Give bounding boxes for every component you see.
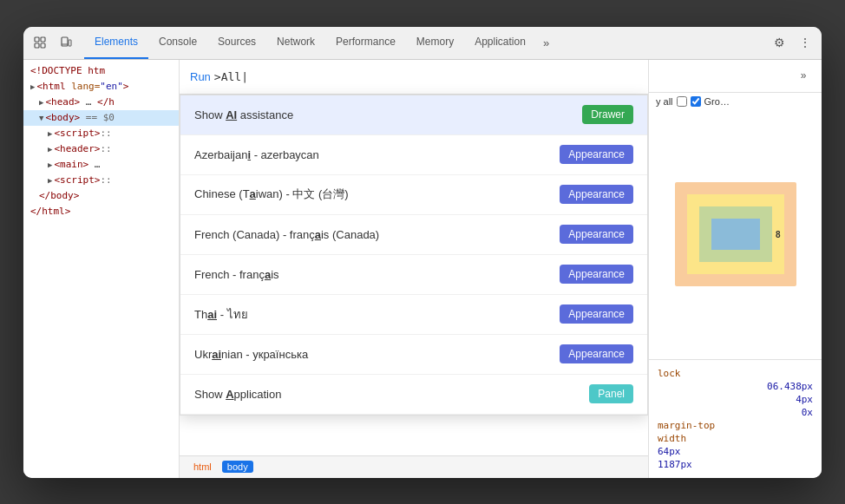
devtools-window: Elements Console Sources Network Perform…	[23, 27, 822, 478]
more-tabs-button[interactable]: »	[536, 27, 556, 60]
right-panel: » y all Gro… 8	[648, 60, 822, 478]
center-panel: Run Show AI assistance Drawer Azerbaijan…	[180, 60, 648, 478]
dropdown-item-azerbaijani[interactable]: Azerbaijani - azerbaycan Appearance	[180, 135, 647, 175]
appearance-button-chinese[interactable]: Appearance	[560, 185, 633, 204]
item-label-application: Show Application	[194, 388, 589, 401]
panel-button[interactable]: Panel	[589, 384, 633, 403]
command-input[interactable]	[214, 70, 638, 83]
prop-row-1187px: 1187px	[658, 458, 813, 471]
dropdown-item-french[interactable]: French - français Appearance	[180, 255, 647, 295]
gro-checkbox[interactable]	[691, 96, 701, 107]
svg-rect-2	[41, 37, 45, 42]
dropdown-item-chinese-taiwan[interactable]: Chinese (Taiwan) - 中文 (台灣) Appearance	[180, 175, 647, 215]
dropdown-item-ai-assistance[interactable]: Show AI assistance Drawer	[180, 95, 647, 135]
appearance-button-thai[interactable]: Appearance	[560, 304, 633, 324]
dropdown-item-application[interactable]: Show Application Panel	[180, 375, 647, 415]
dropdown-item-ukrainian[interactable]: Ukrainian - українська Appearance	[180, 335, 647, 375]
main-area: <!DOCTYPE htm ▶<html lang="en"> ▶<head> …	[23, 60, 822, 478]
svg-rect-1	[35, 43, 39, 48]
tab-elements[interactable]: Elements	[84, 27, 148, 60]
y-all-label: y all	[656, 96, 673, 107]
tab-performance[interactable]: Performance	[325, 27, 406, 60]
tree-head[interactable]: ▶<head> … </h	[23, 95, 179, 110]
appearance-button-ukrainian[interactable]: Appearance	[560, 344, 633, 363]
tab-application[interactable]: Application	[464, 27, 536, 60]
prop-row-width: width	[658, 432, 813, 445]
tree-body-close: </body>	[23, 188, 179, 204]
item-label-chinese: Chinese (Taiwan) - 中文 (台灣)	[194, 187, 560, 202]
appearance-button-french[interactable]: Appearance	[560, 265, 633, 284]
tree-script1[interactable]: ▶<script>::	[23, 126, 179, 141]
settings-icon[interactable]: ⚙	[768, 31, 790, 54]
item-label-thai: Thai - ไทย	[194, 305, 560, 324]
expand-right-icon[interactable]: »	[792, 64, 815, 87]
dropdown-item-french-canada[interactable]: French (Canada) - français (Canada) Appe…	[180, 215, 647, 255]
svg-rect-6	[69, 40, 71, 46]
item-label-french: French - français	[194, 268, 560, 281]
dropdown-item-thai[interactable]: Thai - ไทย Appearance	[180, 295, 647, 335]
bottom-bar: html body	[180, 455, 648, 478]
drawer-button[interactable]: Drawer	[582, 105, 633, 124]
tree-script2[interactable]: ▶<script>::	[23, 173, 179, 188]
prop-row-0x: 0x	[658, 406, 813, 419]
tab-network[interactable]: Network	[266, 27, 325, 60]
tree-main[interactable]: ▶<main> …	[23, 157, 179, 173]
tab-bar-left-icons	[29, 31, 77, 54]
cursor-icon[interactable]	[29, 31, 51, 54]
run-label: Run	[190, 70, 211, 83]
box-model: 8	[675, 182, 796, 286]
prop-row-64px: 64px	[658, 445, 813, 458]
right-panel-top: »	[649, 60, 822, 93]
prop-row-lock: lock	[658, 367, 813, 380]
command-bar: Run	[180, 60, 648, 95]
prop-row-margin-top: margin-top	[658, 419, 813, 432]
tree-doctype: <!DOCTYPE htm	[23, 63, 179, 79]
prop-row-width-val: 06.438px	[658, 380, 813, 393]
svg-rect-0	[35, 37, 39, 42]
tree-html-close: </html>	[23, 204, 179, 219]
tab-console[interactable]: Console	[148, 27, 207, 60]
gro-label: Gro…	[704, 96, 730, 107]
item-label-azerbaijani: Azerbaijani - azerbaycan	[194, 148, 560, 161]
breadcrumb-html[interactable]: html	[188, 461, 217, 473]
tree-header[interactable]: ▶<header>::	[23, 141, 179, 157]
y-all-checkbox[interactable]	[677, 96, 687, 107]
item-label-ai: Show AI assistance	[194, 108, 582, 121]
box-model-area: 8	[649, 110, 822, 359]
checkbox-row: y all Gro…	[649, 93, 822, 110]
command-dropdown: Show AI assistance Drawer Azerbaijani - …	[180, 95, 648, 416]
tab-memory[interactable]: Memory	[406, 27, 464, 60]
device-toggle-icon[interactable]	[55, 31, 77, 54]
item-label-french-canada: French (Canada) - français (Canada)	[194, 228, 560, 241]
tree-html[interactable]: ▶<html lang="en">	[23, 79, 179, 95]
right-panel-properties: lock 06.438px 4px 0x margin-top	[649, 359, 822, 478]
appearance-button-azerbaijani[interactable]: Appearance	[560, 145, 633, 164]
tab-bar-right: ⚙ ⋮	[768, 31, 816, 54]
tree-body[interactable]: ▼<body> == $0	[23, 110, 179, 126]
border-value: 8	[776, 230, 781, 239]
appearance-button-french-canada[interactable]: Appearance	[560, 225, 633, 244]
item-label-ukrainian: Ukrainian - українська	[194, 348, 560, 361]
tab-sources[interactable]: Sources	[207, 27, 266, 60]
prop-row-4px: 4px	[658, 393, 813, 406]
breadcrumb-body[interactable]: body	[222, 461, 253, 473]
tab-bar: Elements Console Sources Network Perform…	[23, 27, 822, 60]
box-content	[711, 219, 760, 250]
svg-rect-3	[41, 43, 45, 48]
more-options-icon[interactable]: ⋮	[794, 31, 816, 54]
elements-panel: <!DOCTYPE htm ▶<html lang="en"> ▶<head> …	[23, 60, 180, 478]
